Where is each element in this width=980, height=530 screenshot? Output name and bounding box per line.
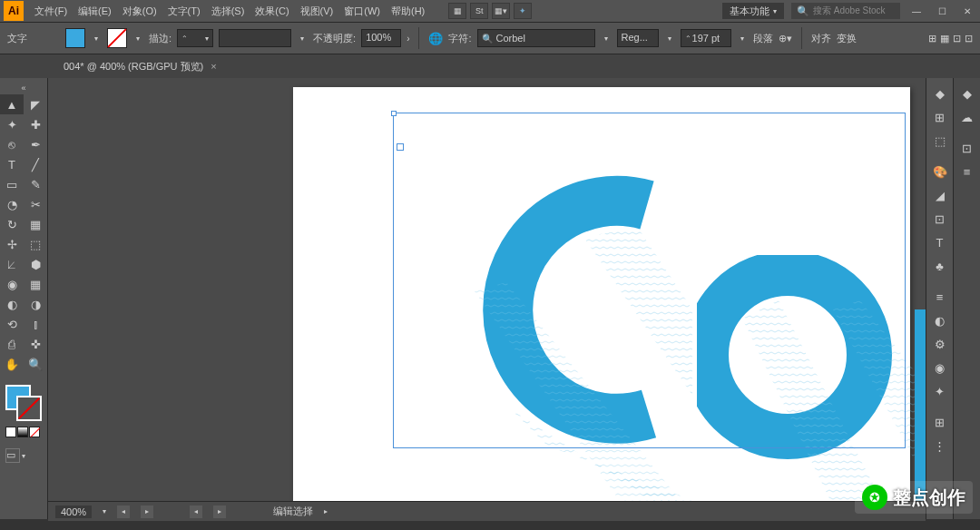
panel-more-icon[interactable]: ⋮ xyxy=(927,434,953,457)
line-tool[interactable]: ╱ xyxy=(24,154,47,174)
hand-tool[interactable]: ✋ xyxy=(0,354,24,374)
misc-icon1[interactable]: ⊞ xyxy=(928,33,936,44)
fill-color[interactable] xyxy=(65,28,85,48)
misc-icon3[interactable]: ⊡ xyxy=(953,33,961,44)
scroll-left[interactable]: ◂ xyxy=(117,505,130,518)
curvature-tool[interactable]: ✒ xyxy=(24,134,47,154)
artboard-next[interactable]: ▸ xyxy=(213,505,226,518)
workspace-switcher[interactable]: 基本功能▾ xyxy=(722,3,784,19)
menu-help[interactable]: 帮助(H) xyxy=(386,0,430,22)
opacity-input[interactable]: 100% xyxy=(361,29,401,47)
color-mode-none[interactable] xyxy=(29,427,40,437)
panel-type-icon[interactable]: T xyxy=(927,231,953,254)
search-input[interactable]: 🔍搜索 Adobe Stock xyxy=(791,3,900,19)
blend-tool[interactable]: ◑ xyxy=(24,294,47,314)
far-icon-properties[interactable]: ◆ xyxy=(955,82,980,105)
paragraph-icon[interactable]: ⊕▾ xyxy=(779,33,792,44)
shape-builder-tool[interactable]: ⟀ xyxy=(0,254,24,274)
gpu-icon[interactable]: ✦ xyxy=(514,3,532,19)
stroke-color[interactable] xyxy=(107,28,127,48)
color-picker[interactable] xyxy=(0,381,47,421)
eraser-tool[interactable]: ✂ xyxy=(24,194,47,214)
font-size-input[interactable]: ⌃197 pt xyxy=(681,29,731,47)
color-mode-gradient[interactable] xyxy=(17,427,28,437)
panel-symbols-icon[interactable]: ♣ xyxy=(927,254,953,278)
menu-window[interactable]: 窗口(W) xyxy=(338,0,386,22)
transform-link[interactable]: 变换 xyxy=(837,32,857,45)
rectangle-tool[interactable]: ▭ xyxy=(0,174,24,194)
minimize-button[interactable]: — xyxy=(907,4,926,18)
panel-colorguide-icon[interactable]: ◢ xyxy=(927,183,953,207)
close-tab-icon[interactable]: × xyxy=(211,61,216,72)
panel-swatches-icon[interactable]: ⊡ xyxy=(927,207,953,231)
document-tab[interactable]: 004* @ 400% (RGB/GPU 预览) × xyxy=(54,54,226,78)
align-link[interactable]: 对齐 xyxy=(811,32,831,45)
canvas[interactable] xyxy=(48,78,926,519)
menu-view[interactable]: 视图(V) xyxy=(295,0,339,22)
opacity-arrow[interactable]: › xyxy=(407,34,409,44)
lasso-tool[interactable]: ✚ xyxy=(24,114,47,134)
stroke-swatch[interactable] xyxy=(16,396,42,421)
rotate-tool[interactable]: ↻ xyxy=(0,214,24,234)
stroke-dropdown[interactable]: ▾ xyxy=(132,34,143,43)
scroll-right[interactable]: ▸ xyxy=(141,505,153,518)
bridge-icon[interactable]: ▦ xyxy=(448,3,466,19)
globe-icon[interactable]: 🌐 xyxy=(428,32,443,45)
zoom-tool[interactable]: 🔍 xyxy=(24,354,47,374)
artboard-prev[interactable]: ◂ xyxy=(190,505,202,518)
width-tool[interactable]: ✢ xyxy=(0,234,24,254)
stock-icon[interactable]: St xyxy=(470,3,488,19)
panel-handle[interactable]: « xyxy=(0,82,47,94)
free-transform-tool[interactable]: ⬚ xyxy=(24,234,47,254)
color-mode-fill[interactable] xyxy=(5,427,16,437)
selection-handle[interactable] xyxy=(391,111,397,116)
panel-appearance-icon[interactable]: ⚙ xyxy=(927,332,953,356)
maximize-button[interactable]: ☐ xyxy=(933,4,951,18)
magic-wand-tool[interactable]: ✦ xyxy=(0,114,24,134)
panel-layers-icon[interactable]: ⊞ xyxy=(927,410,953,434)
panel-graphic-styles-icon[interactable]: ◉ xyxy=(927,356,953,379)
menu-edit[interactable]: 编辑(E) xyxy=(73,0,117,22)
menu-object[interactable]: 对象(O) xyxy=(117,0,162,22)
artboard-tool[interactable]: ⎙ xyxy=(0,334,24,354)
menu-file[interactable]: 文件(F) xyxy=(29,0,73,22)
far-icon-b[interactable]: ≡ xyxy=(955,160,980,183)
paragraph-link[interactable]: 段落 xyxy=(753,32,773,45)
arrange-icon[interactable]: ▦▾ xyxy=(492,3,510,19)
font-family-input[interactable]: 🔍Corbel xyxy=(477,29,595,47)
panel-color-icon[interactable]: 🎨 xyxy=(927,160,953,183)
fill-dropdown[interactable]: ▾ xyxy=(91,34,102,43)
panel-properties-icon[interactable]: ◆ xyxy=(927,82,953,105)
far-icon-cc[interactable]: ☁ xyxy=(955,105,980,129)
gradient-tool[interactable]: ▦ xyxy=(24,274,47,294)
selection-tool[interactable]: ▲ xyxy=(0,94,24,114)
slice-tool[interactable]: ✜ xyxy=(24,334,47,354)
symbol-tool[interactable]: ⟲ xyxy=(0,314,24,334)
zoom-level[interactable]: 400% xyxy=(55,505,92,518)
shaper-tool[interactable]: ◔ xyxy=(0,194,24,214)
panel-libraries-icon[interactable]: ⊞ xyxy=(927,105,953,129)
misc-icon4[interactable]: ⊡ xyxy=(965,33,973,44)
far-icon-a[interactable]: ⊡ xyxy=(955,136,980,160)
menu-select[interactable]: 选择(S) xyxy=(206,0,250,22)
scale-tool[interactable]: ▦ xyxy=(24,214,47,234)
screen-mode[interactable]: ▭ xyxy=(5,448,20,463)
font-style-input[interactable]: Reg... xyxy=(617,29,659,47)
eyedropper-tool[interactable]: ◐ xyxy=(0,294,24,314)
panel-effects-icon[interactable]: ✦ xyxy=(927,379,953,403)
misc-icon2[interactable]: ▦ xyxy=(940,33,949,44)
brush-input[interactable] xyxy=(219,29,291,47)
direct-selection-tool[interactable]: ◤ xyxy=(24,94,47,114)
panel-transparency-icon[interactable]: ◐ xyxy=(927,309,953,332)
mesh-tool[interactable]: ◉ xyxy=(0,274,24,294)
menu-type[interactable]: 文字(T) xyxy=(162,0,206,22)
paintbrush-tool[interactable]: ✎ xyxy=(24,174,47,194)
perspective-tool[interactable]: ⬢ xyxy=(24,254,47,274)
panel-artboards-icon[interactable]: ⬚ xyxy=(927,129,953,152)
menu-effect[interactable]: 效果(C) xyxy=(250,0,294,22)
stroke-weight-input[interactable]: ⌃▾ xyxy=(177,29,213,47)
pen-tool[interactable]: ⎋ xyxy=(0,134,24,154)
close-button[interactable]: ✕ xyxy=(958,4,976,18)
graph-tool[interactable]: ⫿ xyxy=(24,314,47,334)
panel-stroke-icon[interactable]: ≡ xyxy=(927,285,953,309)
